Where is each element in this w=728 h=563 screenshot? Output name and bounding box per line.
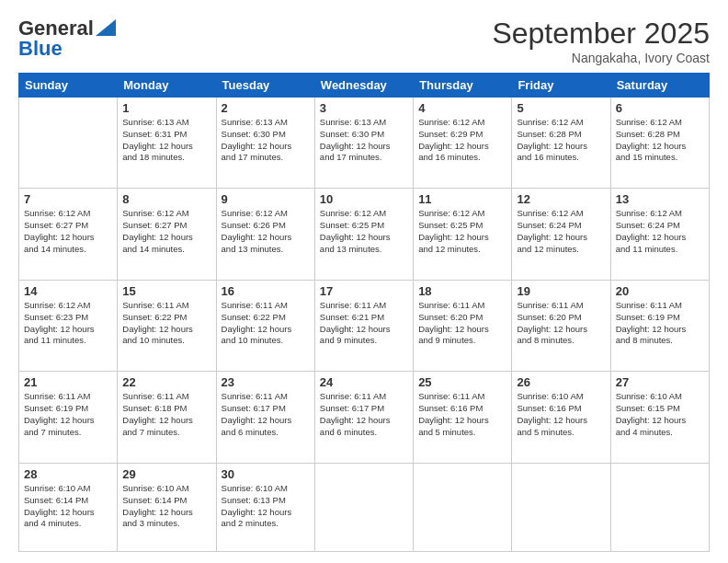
table-row: 13Sunrise: 6:12 AM Sunset: 6:24 PM Dayli… [610, 189, 709, 280]
day-number: 4 [418, 101, 506, 115]
col-friday: Friday [512, 74, 610, 98]
day-number: 16 [222, 284, 310, 298]
col-monday: Monday [118, 74, 216, 98]
day-info: Sunrise: 6:13 AM Sunset: 6:30 PM Dayligh… [320, 117, 408, 164]
day-number: 23 [222, 375, 310, 389]
table-row: 30Sunrise: 6:10 AM Sunset: 6:13 PM Dayli… [216, 463, 314, 551]
day-info: Sunrise: 6:12 AM Sunset: 6:28 PM Dayligh… [517, 117, 605, 164]
day-number: 1 [122, 101, 210, 115]
day-info: Sunrise: 6:10 AM Sunset: 6:15 PM Dayligh… [616, 391, 704, 438]
day-number: 14 [24, 284, 112, 298]
table-row: 4Sunrise: 6:12 AM Sunset: 6:29 PM Daylig… [414, 98, 512, 189]
table-row: 10Sunrise: 6:12 AM Sunset: 6:25 PM Dayli… [314, 189, 413, 280]
table-row: 20Sunrise: 6:11 AM Sunset: 6:19 PM Dayli… [610, 280, 709, 371]
day-number: 17 [320, 284, 408, 298]
day-number: 28 [24, 467, 112, 481]
calendar-body: 1Sunrise: 6:13 AM Sunset: 6:31 PM Daylig… [19, 98, 710, 552]
day-info: Sunrise: 6:12 AM Sunset: 6:27 PM Dayligh… [122, 208, 210, 255]
logo: General Blue [18, 17, 116, 61]
table-row: 1Sunrise: 6:13 AM Sunset: 6:31 PM Daylig… [118, 98, 216, 189]
day-info: Sunrise: 6:11 AM Sunset: 6:17 PM Dayligh… [320, 391, 408, 438]
table-row: 8Sunrise: 6:12 AM Sunset: 6:27 PM Daylig… [118, 189, 216, 280]
logo-icon [96, 19, 116, 36]
svg-marker-0 [96, 19, 116, 36]
table-row: 21Sunrise: 6:11 AM Sunset: 6:19 PM Dayli… [19, 372, 118, 463]
table-row: 25Sunrise: 6:11 AM Sunset: 6:16 PM Dayli… [414, 372, 512, 463]
table-row [512, 463, 610, 551]
day-info: Sunrise: 6:11 AM Sunset: 6:20 PM Dayligh… [517, 300, 605, 347]
day-number: 8 [122, 192, 210, 206]
table-row: 14Sunrise: 6:12 AM Sunset: 6:23 PM Dayli… [19, 280, 118, 371]
day-info: Sunrise: 6:10 AM Sunset: 6:14 PM Dayligh… [122, 483, 210, 530]
day-number: 25 [418, 375, 506, 389]
day-number: 13 [616, 192, 704, 206]
table-row: 5Sunrise: 6:12 AM Sunset: 6:28 PM Daylig… [512, 98, 610, 189]
table-row: 24Sunrise: 6:11 AM Sunset: 6:17 PM Dayli… [314, 372, 413, 463]
header: General Blue September 2025 Nangakaha, I… [18, 17, 710, 65]
day-info: Sunrise: 6:11 AM Sunset: 6:21 PM Dayligh… [320, 300, 408, 347]
day-number: 6 [616, 101, 704, 115]
day-info: Sunrise: 6:11 AM Sunset: 6:22 PM Dayligh… [122, 300, 210, 347]
table-row: 27Sunrise: 6:10 AM Sunset: 6:15 PM Dayli… [610, 372, 709, 463]
day-info: Sunrise: 6:11 AM Sunset: 6:22 PM Dayligh… [222, 300, 310, 347]
day-number: 20 [616, 284, 704, 298]
page: General Blue September 2025 Nangakaha, I… [0, 0, 728, 563]
day-info: Sunrise: 6:12 AM Sunset: 6:25 PM Dayligh… [418, 208, 506, 255]
day-info: Sunrise: 6:12 AM Sunset: 6:26 PM Dayligh… [222, 208, 310, 255]
table-row: 2Sunrise: 6:13 AM Sunset: 6:30 PM Daylig… [216, 98, 314, 189]
table-row: 28Sunrise: 6:10 AM Sunset: 6:14 PM Dayli… [19, 463, 118, 551]
day-number: 29 [122, 467, 210, 481]
day-info: Sunrise: 6:11 AM Sunset: 6:17 PM Dayligh… [222, 391, 310, 438]
table-row: 12Sunrise: 6:12 AM Sunset: 6:24 PM Dayli… [512, 189, 610, 280]
location: Nangakaha, Ivory Coast [492, 51, 710, 65]
day-number: 26 [517, 375, 605, 389]
table-row: 9Sunrise: 6:12 AM Sunset: 6:26 PM Daylig… [216, 189, 314, 280]
table-row: 17Sunrise: 6:11 AM Sunset: 6:21 PM Dayli… [314, 280, 413, 371]
table-row: 19Sunrise: 6:11 AM Sunset: 6:20 PM Dayli… [512, 280, 610, 371]
col-sunday: Sunday [19, 74, 118, 98]
day-info: Sunrise: 6:10 AM Sunset: 6:13 PM Dayligh… [222, 483, 310, 530]
day-number: 21 [24, 375, 112, 389]
table-row: 3Sunrise: 6:13 AM Sunset: 6:30 PM Daylig… [314, 98, 413, 189]
day-number: 30 [222, 467, 310, 481]
day-number: 11 [418, 192, 506, 206]
table-row: 23Sunrise: 6:11 AM Sunset: 6:17 PM Dayli… [216, 372, 314, 463]
day-info: Sunrise: 6:12 AM Sunset: 6:27 PM Dayligh… [24, 208, 112, 255]
day-number: 2 [222, 101, 310, 115]
day-number: 18 [418, 284, 506, 298]
table-row: 15Sunrise: 6:11 AM Sunset: 6:22 PM Dayli… [118, 280, 216, 371]
table-row: 16Sunrise: 6:11 AM Sunset: 6:22 PM Dayli… [216, 280, 314, 371]
day-info: Sunrise: 6:11 AM Sunset: 6:19 PM Dayligh… [24, 391, 112, 438]
col-thursday: Thursday [414, 74, 512, 98]
day-number: 19 [517, 284, 605, 298]
day-info: Sunrise: 6:13 AM Sunset: 6:31 PM Dayligh… [122, 117, 210, 164]
col-tuesday: Tuesday [216, 74, 314, 98]
day-info: Sunrise: 6:12 AM Sunset: 6:28 PM Dayligh… [616, 117, 704, 164]
day-info: Sunrise: 6:12 AM Sunset: 6:29 PM Dayligh… [418, 117, 506, 164]
day-number: 24 [320, 375, 408, 389]
logo-blue: Blue [18, 37, 63, 61]
calendar-header-row: Sunday Monday Tuesday Wednesday Thursday… [19, 74, 710, 98]
day-info: Sunrise: 6:11 AM Sunset: 6:18 PM Dayligh… [122, 391, 210, 438]
day-info: Sunrise: 6:11 AM Sunset: 6:19 PM Dayligh… [616, 300, 704, 347]
day-info: Sunrise: 6:12 AM Sunset: 6:24 PM Dayligh… [517, 208, 605, 255]
table-row: 18Sunrise: 6:11 AM Sunset: 6:20 PM Dayli… [414, 280, 512, 371]
day-info: Sunrise: 6:10 AM Sunset: 6:14 PM Dayligh… [24, 483, 112, 530]
col-saturday: Saturday [610, 74, 709, 98]
day-info: Sunrise: 6:12 AM Sunset: 6:23 PM Dayligh… [24, 300, 112, 347]
col-wednesday: Wednesday [314, 74, 413, 98]
day-number: 7 [24, 192, 112, 206]
day-info: Sunrise: 6:11 AM Sunset: 6:20 PM Dayligh… [418, 300, 506, 347]
calendar-table: Sunday Monday Tuesday Wednesday Thursday… [18, 73, 710, 552]
table-row: 29Sunrise: 6:10 AM Sunset: 6:14 PM Dayli… [118, 463, 216, 551]
table-row: 7Sunrise: 6:12 AM Sunset: 6:27 PM Daylig… [19, 189, 118, 280]
table-row: 11Sunrise: 6:12 AM Sunset: 6:25 PM Dayli… [414, 189, 512, 280]
table-row [414, 463, 512, 551]
title-block: September 2025 Nangakaha, Ivory Coast [492, 17, 710, 65]
month-title: September 2025 [492, 17, 710, 51]
day-info: Sunrise: 6:10 AM Sunset: 6:16 PM Dayligh… [517, 391, 605, 438]
table-row [610, 463, 709, 551]
day-number: 5 [517, 101, 605, 115]
table-row: 6Sunrise: 6:12 AM Sunset: 6:28 PM Daylig… [610, 98, 709, 189]
day-info: Sunrise: 6:12 AM Sunset: 6:24 PM Dayligh… [616, 208, 704, 255]
